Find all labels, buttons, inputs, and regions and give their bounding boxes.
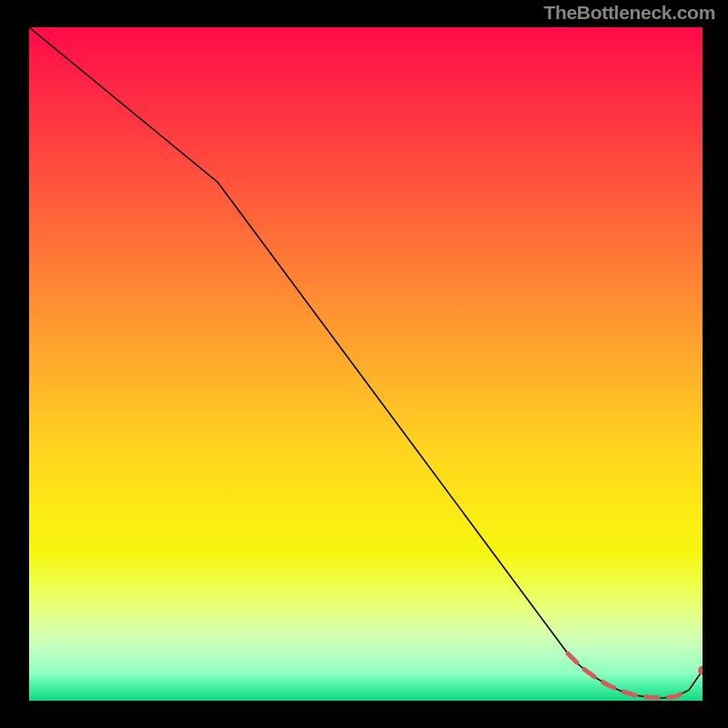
watermark-text: TheBottleneck.com bbox=[543, 2, 715, 24]
series-curve bbox=[29, 27, 703, 698]
markers-group bbox=[698, 666, 703, 675]
series-tail-highlight bbox=[568, 653, 689, 698]
chart-container: TheBottleneck.com bbox=[0, 0, 728, 728]
end-marker bbox=[698, 666, 703, 675]
plot-overlay-svg bbox=[29, 27, 703, 701]
